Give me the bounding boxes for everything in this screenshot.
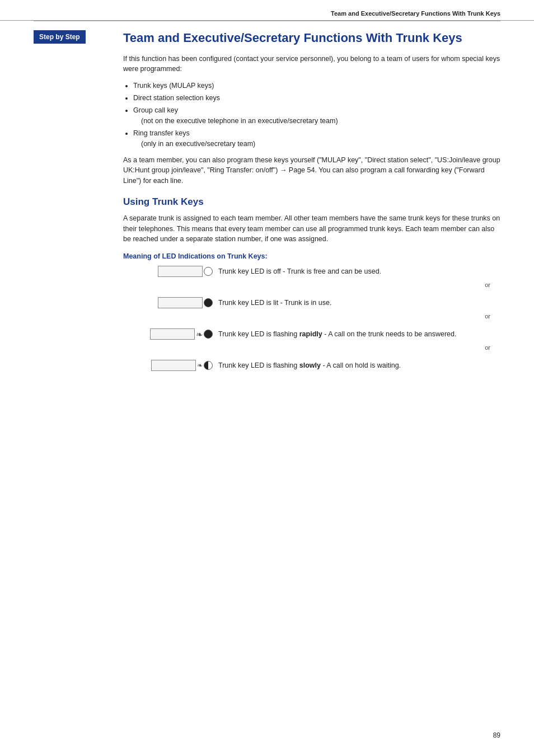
led-group-on: Trunk key LED is lit - Trunk is in use. … (123, 297, 500, 321)
feature-list: Trunk keys (MULAP keys) Direct station s… (133, 80, 500, 149)
led-section-title: Meaning of LED Indications on Trunk Keys… (123, 252, 500, 260)
intro-paragraph: If this function has been configured (co… (123, 54, 500, 75)
key-rect (158, 266, 203, 277)
led-group-off: Trunk key LED is off - Trunk is free and… (123, 266, 500, 289)
key-rect (150, 328, 195, 340)
led-desc-flash-slow: Trunk key LED is flashing slowly - A cal… (218, 360, 500, 371)
led-row-flash-slow: ❧ Trunk key LED is flashing slowly - A c… (123, 360, 500, 372)
main-content: Team and Executive/Secretary Functions W… (112, 21, 534, 395)
led-diagram-flash-rapid: ❧ (123, 328, 218, 341)
led-group-flash-rapid: ❧ Trunk key LED is flashing rapidly - A … (123, 328, 500, 352)
or-label-1: or (123, 281, 500, 288)
led-desc-on: Trunk key LED is lit - Trunk is in use. (218, 297, 500, 308)
list-item: Trunk keys (MULAP keys) (133, 80, 500, 91)
flash-symbol-rapid: ❧ (196, 330, 203, 339)
led-indicator-off (204, 267, 213, 276)
flash-symbol-slow: ❧ (197, 362, 203, 369)
led-row-flash-rapid: ❧ Trunk key LED is flashing rapidly - A … (123, 328, 500, 341)
page-number: 89 (493, 731, 500, 739)
list-item: Direct station selection keys (133, 92, 500, 104)
list-item-sub: (not on the executive telephone in an ex… (141, 116, 500, 126)
sidebar: Step by Step (0, 21, 112, 395)
led-row-on: Trunk key LED is lit - Trunk is in use. (123, 297, 500, 309)
key-rect (151, 360, 196, 371)
content-area: Step by Step Team and Executive/Secretar… (0, 21, 534, 417)
followup-paragraph: As a team member, you can also program t… (123, 155, 500, 186)
led-rows: Trunk key LED is off - Trunk is free and… (123, 266, 500, 383)
led-desc-flash-rapid: Trunk key LED is flashing rapidly - A ca… (218, 328, 500, 340)
page-header: Team and Executive/Secretary Functions W… (0, 0, 534, 21)
list-item-sub: (only in an executive/secretary team) (141, 139, 500, 149)
section-using-trunk-title: Using Trunk Keys (123, 196, 500, 208)
led-indicator-on (204, 298, 213, 307)
using-trunk-paragraph: A separate trunk is assigned to each tea… (123, 213, 500, 245)
led-indicator-flash-slow (204, 361, 213, 370)
list-item: Group call key (not on the executive tel… (133, 105, 500, 126)
page-title: Team and Executive/Secretary Functions W… (123, 30, 500, 46)
led-diagram-off (123, 266, 218, 278)
led-diagram-on (123, 297, 218, 309)
step-by-step-badge: Step by Step (34, 30, 86, 44)
or-label-2: or (123, 313, 500, 320)
list-item: Ring transfer keys (only in an executive… (133, 128, 500, 149)
led-row-off: Trunk key LED is off - Trunk is free and… (123, 266, 500, 278)
led-group-flash-slow: ❧ Trunk key LED is flashing slowly - A c… (123, 360, 500, 375)
key-rect (158, 297, 203, 308)
or-label-3: or (123, 344, 500, 351)
led-desc-off: Trunk key LED is off - Trunk is free and… (218, 266, 500, 277)
led-indicator-flash-rapid (204, 330, 213, 339)
led-diagram-flash-slow: ❧ (123, 360, 218, 372)
